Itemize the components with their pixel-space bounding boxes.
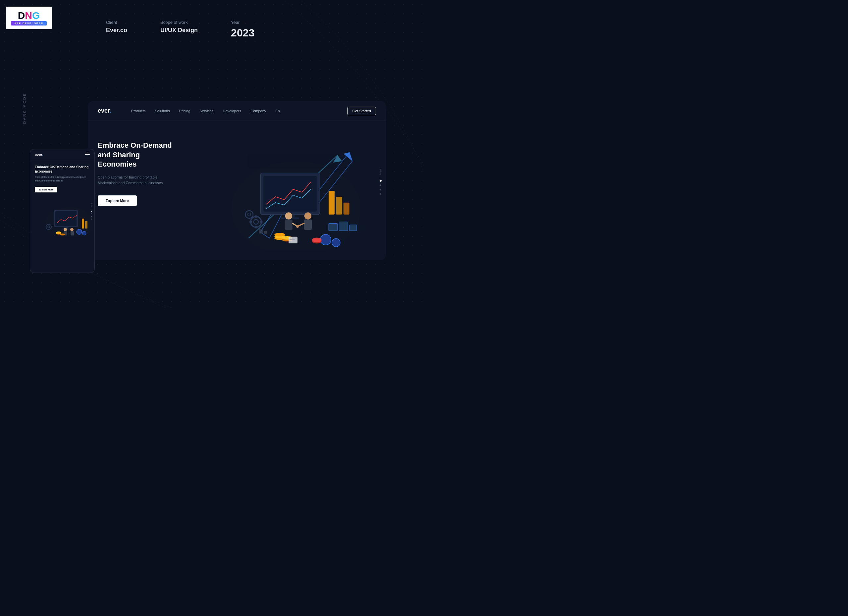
- mobile-dot-1[interactable]: [91, 211, 92, 212]
- mobile-hero-title: Embrace On-Demand and Sharing Economies: [35, 165, 90, 173]
- mobile-nav-dots: Main: [90, 202, 92, 219]
- svg-point-54: [56, 231, 61, 234]
- project-info: Client Ever.co Scope of work UI/UX Desig…: [106, 20, 254, 39]
- nav-dot-1[interactable]: [380, 180, 382, 182]
- hero-subtitle: Open platforms for building profitable M…: [98, 175, 174, 186]
- hero-title: Embrace On-Demand and Sharing Economies: [98, 141, 174, 169]
- main-label: Main: [379, 166, 382, 175]
- mobile-nav-logo: ever.: [35, 153, 43, 157]
- year-value: 2023: [231, 27, 254, 39]
- mobile-hero-subtitle: Open platforms for building profitable M…: [35, 176, 90, 182]
- svg-rect-12: [329, 223, 338, 231]
- svg-rect-10: [336, 197, 342, 215]
- svg-rect-9: [329, 191, 335, 215]
- nav-company[interactable]: Company: [251, 109, 266, 113]
- nav-developers[interactable]: Developers: [223, 109, 242, 113]
- hero-illustration: [181, 138, 376, 250]
- svg-rect-42: [259, 229, 263, 234]
- svg-point-51: [70, 228, 74, 231]
- svg-rect-16: [285, 219, 292, 230]
- svg-point-38: [312, 237, 322, 242]
- svg-rect-14: [350, 225, 357, 231]
- mobile-dot-4[interactable]: [91, 219, 92, 219]
- svg-rect-6: [263, 176, 317, 211]
- svg-rect-13: [339, 222, 348, 231]
- svg-rect-40: [289, 237, 297, 238]
- svg-point-60: [77, 229, 82, 234]
- mobile-navbar: ever.: [30, 150, 94, 160]
- svg-rect-41: [289, 239, 295, 240]
- hamburger-menu[interactable]: [85, 153, 90, 157]
- svg-rect-43: [264, 231, 267, 234]
- desktop-nav-dots: Main: [379, 166, 382, 195]
- client-info: Client Ever.co: [106, 20, 127, 39]
- year-info: Year 2023: [231, 20, 254, 39]
- year-label: Year: [231, 20, 254, 25]
- dark-mode-label: Dark Mode: [22, 93, 27, 124]
- svg-point-36: [332, 238, 340, 247]
- svg-point-35: [320, 234, 331, 245]
- desktop-nav-logo: ever.: [98, 107, 111, 114]
- nav-solutions[interactable]: Solutions: [155, 109, 170, 113]
- nav-products[interactable]: Products: [131, 109, 145, 113]
- mobile-preview-card: ever. Embrace On-Demand and Sharing Econ…: [30, 149, 95, 273]
- nav-services[interactable]: Services: [199, 109, 213, 113]
- svg-point-55: [60, 234, 65, 235]
- scope-value: UI/UX Design: [160, 27, 198, 34]
- svg-point-61: [82, 231, 86, 235]
- desktop-hero-section: Embrace On-Demand and Sharing Economies …: [88, 121, 386, 260]
- logo-subtitle: APP DEVELOPER: [11, 21, 46, 25]
- scope-info: Scope of work UI/UX Design: [160, 20, 198, 39]
- svg-rect-11: [344, 203, 350, 215]
- mobile-dot-2[interactable]: [91, 213, 92, 214]
- desktop-nav-links: Products Solutions Pricing Services Deve…: [131, 109, 347, 113]
- mobile-illustration: [30, 200, 94, 240]
- svg-rect-58: [82, 219, 84, 228]
- svg-rect-19: [304, 219, 312, 230]
- svg-rect-46: [55, 211, 77, 226]
- nav-dot-4[interactable]: [380, 193, 381, 195]
- svg-rect-52: [71, 231, 74, 235]
- svg-point-18: [304, 212, 311, 219]
- svg-marker-4: [333, 155, 342, 163]
- mobile-explore-button[interactable]: Explore More: [35, 187, 57, 192]
- client-value: Ever.co: [106, 27, 127, 34]
- desktop-preview-card: ever. Products Solutions Pricing Service…: [88, 101, 386, 260]
- desktop-navbar: ever. Products Solutions Pricing Service…: [88, 101, 386, 121]
- desktop-get-started-button[interactable]: Get Started: [347, 107, 376, 115]
- nav-dot-2[interactable]: [380, 185, 381, 186]
- svg-rect-26: [249, 221, 252, 222]
- scope-label: Scope of work: [160, 20, 198, 25]
- svg-rect-24: [255, 215, 257, 218]
- nav-pricing[interactable]: Pricing: [179, 109, 190, 113]
- dng-logo: D N G APP DEVELOPER: [6, 7, 52, 29]
- svg-rect-25: [255, 226, 257, 228]
- svg-point-49: [64, 228, 67, 231]
- svg-point-15: [285, 212, 292, 219]
- nav-dot-3[interactable]: [380, 189, 381, 190]
- svg-point-32: [274, 233, 285, 237]
- svg-rect-27: [260, 221, 262, 222]
- client-label: Client: [106, 20, 127, 25]
- mobile-dot-3[interactable]: [91, 216, 92, 217]
- svg-point-21: [296, 225, 299, 228]
- mobile-hero-section: Embrace On-Demand and Sharing Economies …: [30, 160, 94, 200]
- hero-text-block: Embrace On-Demand and Sharing Economies …: [98, 138, 174, 250]
- hero-explore-button[interactable]: Explore More: [98, 195, 137, 206]
- svg-rect-59: [85, 221, 87, 228]
- nav-language[interactable]: En: [275, 109, 280, 113]
